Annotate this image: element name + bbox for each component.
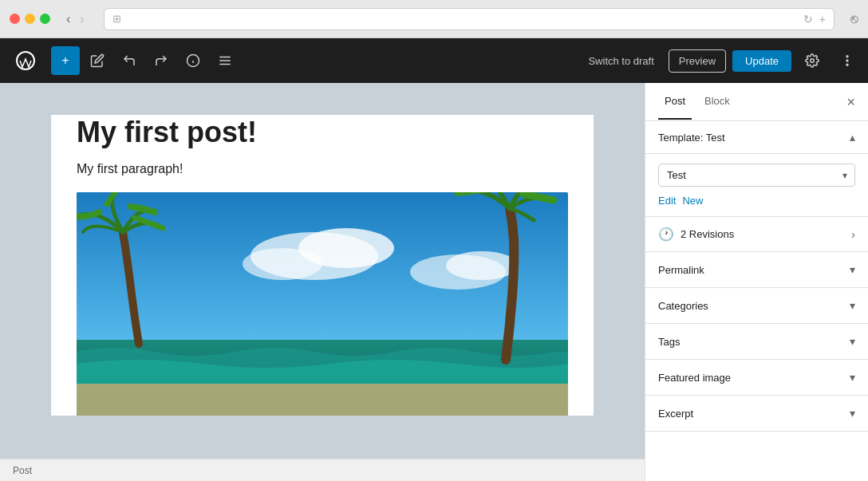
tags-section: Tags ▾	[645, 324, 868, 360]
featured-image-section-header[interactable]: Featured image ▾	[645, 360, 868, 395]
template-section-content: Test ▾ Edit New	[645, 154, 868, 216]
post-status-label: Post	[13, 465, 32, 476]
categories-chevron-down-icon: ▾	[850, 299, 855, 312]
featured-image-chevron-down-icon: ▾	[850, 371, 855, 384]
template-select[interactable]: Test	[658, 164, 855, 187]
tab-block[interactable]: Block	[698, 84, 736, 120]
sidebar-tabs: Post Block ×	[645, 83, 868, 121]
template-section-header[interactable]: Template: Test ▴	[645, 121, 868, 154]
grid-icon: ⊞	[112, 13, 121, 25]
revisions-chevron-right-icon: ›	[851, 228, 855, 241]
browser-chrome: ‹ › ⊞ ↻ + ⎋	[0, 0, 868, 38]
permalink-section: Permalink ▾	[645, 252, 868, 288]
excerpt-section-header[interactable]: Excerpt ▾	[645, 396, 868, 431]
main-layout: My first post! My first paragraph!	[0, 83, 868, 481]
tags-section-header[interactable]: Tags ▾	[645, 324, 868, 359]
permalink-label: Permalink	[658, 264, 704, 276]
post-paragraph[interactable]: My first paragraph!	[77, 162, 568, 176]
categories-section: Categories ▾	[645, 288, 868, 324]
template-actions: Edit New	[658, 195, 855, 207]
update-button[interactable]: Update	[732, 50, 791, 72]
template-section: Template: Test ▴ Test ▾ Edit New	[645, 121, 868, 217]
pencil-icon	[90, 53, 105, 68]
template-chevron-up-icon: ▴	[850, 131, 855, 144]
template-new-link[interactable]: New	[682, 195, 703, 207]
toolbar-right: Switch to draft Preview Update	[580, 46, 862, 75]
info-icon	[186, 53, 200, 68]
template-select-wrap: Test ▾	[658, 164, 855, 187]
tags-chevron-down-icon: ▾	[850, 335, 855, 348]
add-block-button[interactable]: +	[51, 46, 80, 75]
revisions-label: 2 Revisions	[681, 228, 734, 240]
permalink-section-header[interactable]: Permalink ▾	[645, 252, 868, 287]
categories-section-header[interactable]: Categories ▾	[645, 288, 868, 323]
more-options-button[interactable]	[833, 46, 862, 75]
tab-post[interactable]: Post	[658, 84, 692, 120]
revisions-clock-icon: 🕐	[658, 227, 674, 242]
refresh-icon[interactable]: ↻	[803, 13, 813, 26]
share-icon[interactable]: ⎋	[850, 12, 858, 26]
revisions-row[interactable]: 🕐 2 Revisions ›	[645, 217, 868, 252]
list-icon	[218, 53, 232, 68]
excerpt-chevron-down-icon: ▾	[850, 407, 855, 420]
status-bar: Post	[0, 459, 645, 481]
template-section-title: Template: Test	[658, 132, 725, 144]
permalink-chevron-down-icon: ▾	[850, 263, 855, 276]
preview-button[interactable]: Preview	[669, 49, 726, 73]
edit-button[interactable]	[83, 46, 112, 75]
undo-icon	[122, 53, 136, 68]
editor-canvas: My first post! My first paragraph!	[51, 115, 594, 416]
sidebar: Post Block × Template: Test ▴ Test ▾ Edi…	[645, 83, 868, 481]
undo-button[interactable]	[115, 46, 144, 75]
wp-logo[interactable]	[6, 38, 45, 83]
add-tab-icon[interactable]: +	[819, 13, 826, 26]
switch-to-draft-button[interactable]: Switch to draft	[580, 50, 661, 72]
svg-rect-19	[77, 384, 568, 416]
close-traffic-light[interactable]	[10, 14, 20, 24]
svg-point-8	[811, 59, 815, 63]
categories-label: Categories	[658, 300, 708, 312]
svg-point-11	[846, 65, 848, 66]
maximize-traffic-light[interactable]	[40, 14, 50, 24]
back-button[interactable]: ‹	[63, 10, 73, 28]
traffic-lights	[10, 14, 50, 24]
wp-toolbar: + Switch to draft P	[0, 38, 868, 83]
featured-image-label: Featured image	[658, 372, 731, 384]
minimize-traffic-light[interactable]	[25, 14, 35, 24]
svg-point-9	[846, 56, 848, 57]
excerpt-section: Excerpt ▾	[645, 396, 868, 432]
gear-icon	[805, 53, 819, 68]
sidebar-close-button[interactable]: ×	[846, 95, 855, 109]
info-button[interactable]	[179, 46, 207, 75]
address-bar[interactable]: ⊞ ↻ +	[104, 8, 834, 30]
svg-point-10	[846, 60, 848, 61]
post-title[interactable]: My first post!	[77, 115, 568, 149]
list-view-button[interactable]	[211, 46, 239, 75]
forward-button[interactable]: ›	[77, 10, 87, 28]
redo-button[interactable]	[147, 46, 176, 75]
svg-point-17	[446, 251, 518, 280]
tags-label: Tags	[658, 336, 680, 348]
post-image[interactable]	[77, 192, 568, 416]
editor-area: My first post! My first paragraph!	[0, 83, 645, 481]
featured-image-section: Featured image ▾	[645, 360, 868, 396]
svg-point-15	[243, 248, 322, 280]
template-edit-link[interactable]: Edit	[658, 195, 676, 207]
redo-icon	[154, 53, 168, 68]
more-icon	[840, 53, 854, 68]
excerpt-label: Excerpt	[658, 408, 693, 420]
settings-button[interactable]	[798, 46, 827, 75]
plus-icon: +	[61, 53, 69, 68]
nav-buttons: ‹ ›	[63, 10, 88, 28]
